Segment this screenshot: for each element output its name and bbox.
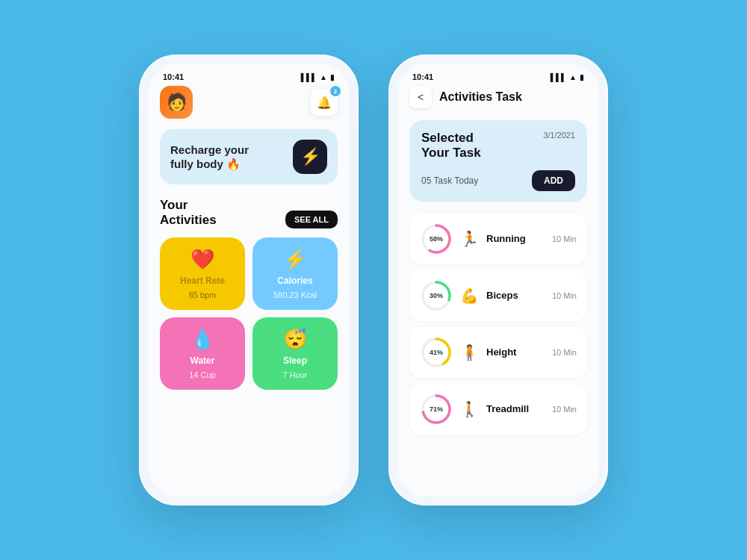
sleep-value: 7 Hour xyxy=(282,370,307,379)
banner: Recharge your fully body 🔥 ⚡ xyxy=(160,129,338,184)
height-name: Height xyxy=(486,346,545,358)
running-emoji: 🏃 xyxy=(460,230,479,248)
selected-label: Selected Your Task xyxy=(421,131,481,161)
banner-line2: fully body 🔥 xyxy=(170,157,249,172)
banner-line1: Recharge your xyxy=(170,143,249,158)
biceps-time: 10 Min xyxy=(552,291,577,300)
activities-section-header: Your Activities SEE ALL xyxy=(160,198,338,228)
notification-button[interactable]: 🔔 2 xyxy=(311,89,338,116)
height-info: Height xyxy=(486,346,545,358)
calories-name: Calories xyxy=(277,276,312,286)
biceps-emoji: 💪 xyxy=(460,287,479,305)
time-2: 10:41 xyxy=(412,72,433,81)
selected-text: Selected xyxy=(421,131,481,146)
status-icons-2: ▌▌▌ ▲ ▮ xyxy=(551,73,584,81)
activity-list: 58% 🏃 Running 10 Min 30% xyxy=(409,214,587,435)
height-emoji: 🧍 xyxy=(460,343,479,361)
phone1: 10:41 ▌▌▌ ▲ ▮ 🧑 🔔 2 Recharge your full xyxy=(139,55,359,505)
phone2: 10:41 ▌▌▌ ▲ ▮ < Activities Task Selected… xyxy=(388,55,608,505)
running-time: 10 Min xyxy=(552,234,577,243)
activity-card-calories[interactable]: ⚡ Calories 580.23 Kcal xyxy=(252,237,338,310)
heart-icon: ❤️ xyxy=(190,248,214,271)
water-value: 14 Cup xyxy=(189,370,215,379)
running-pct: 58% xyxy=(420,223,453,255)
treadmill-name: Treadmill xyxy=(486,403,545,414)
treadmill-pct: 71% xyxy=(420,393,453,426)
signal-icon-2: ▌▌▌ xyxy=(551,73,566,81)
time-1: 10:41 xyxy=(163,72,184,81)
section-title-line1: Your xyxy=(160,198,217,213)
water-name: Water xyxy=(190,355,215,366)
calories-value: 580.23 Kcal xyxy=(273,290,317,299)
header-row: 🧑 🔔 2 xyxy=(160,86,338,119)
activity-row-height[interactable]: 41% 🧍 Height 10 Min xyxy=(409,327,587,378)
water-icon: 💧 xyxy=(190,328,214,351)
sleep-icon: 😴 xyxy=(283,328,307,351)
section-title: Your Activities xyxy=(160,198,217,228)
task-card-footer: 05 Task Today ADD xyxy=(421,170,575,191)
treadmill-emoji: 🚶 xyxy=(460,400,479,418)
activity-card-heart[interactable]: ❤️ Heart Rete 85 bpm xyxy=(160,237,245,310)
date-label: 3/1/2021 xyxy=(543,131,575,140)
task-card: Selected Your Task 3/1/2021 05 Task Toda… xyxy=(409,120,587,202)
signal-icon: ▌▌▌ xyxy=(301,73,317,81)
battery-icon-2: ▮ xyxy=(580,73,584,81)
avatar: 🧑 xyxy=(160,86,193,119)
activity-row-running[interactable]: 58% 🏃 Running 10 Min xyxy=(409,214,587,264)
back-button[interactable]: < xyxy=(409,86,432,108)
sleep-name: Sleep xyxy=(283,355,307,366)
banner-text: Recharge your fully body 🔥 xyxy=(170,143,249,172)
see-all-button[interactable]: SEE ALL xyxy=(285,211,338,228)
treadmill-info: Treadmill xyxy=(486,403,545,414)
calories-icon: ⚡ xyxy=(283,248,307,271)
height-pct: 41% xyxy=(420,336,453,369)
battery-icon: ▮ xyxy=(330,73,335,81)
back-header: < Activities Task xyxy=(409,86,587,108)
status-icons-1: ▌▌▌ ▲ ▮ xyxy=(301,73,335,81)
wifi-icon: ▲ xyxy=(320,73,327,81)
activity-card-water[interactable]: 💧 Water 14 Cup xyxy=(160,317,245,390)
heart-name: Heart Rete xyxy=(180,276,225,286)
status-bar-2: 10:41 ▌▌▌ ▲ ▮ xyxy=(397,63,599,86)
section-title-line2: Activities xyxy=(160,213,217,228)
activity-row-treadmill[interactable]: 71% 🚶 Treadmill 10 Min xyxy=(409,384,587,435)
activity-row-biceps[interactable]: 30% 💪 Biceps 10 Min xyxy=(409,270,587,321)
lightning-icon: ⚡ xyxy=(300,147,320,167)
running-progress: 58% xyxy=(420,223,453,255)
treadmill-time: 10 Min xyxy=(552,405,577,414)
activity-card-sleep[interactable]: 😴 Sleep 7 Hour xyxy=(252,317,338,390)
bell-icon: 🔔 xyxy=(317,96,332,110)
biceps-progress: 30% xyxy=(420,279,453,312)
banner-icon[interactable]: ⚡ xyxy=(293,140,327,174)
add-button[interactable]: ADD xyxy=(532,170,575,191)
biceps-pct: 30% xyxy=(420,279,453,312)
notification-badge: 2 xyxy=(330,86,341,96)
biceps-name: Biceps xyxy=(486,290,545,301)
task-count: 05 Task Today xyxy=(421,175,478,186)
height-progress: 41% xyxy=(420,336,453,369)
status-bar-1: 10:41 ▌▌▌ ▲ ▮ xyxy=(148,63,350,86)
wifi-icon-2: ▲ xyxy=(569,73,577,81)
page-title: Activities Task xyxy=(439,90,522,104)
activities-grid: ❤️ Heart Rete 85 bpm ⚡ Calories 580.23 K… xyxy=(160,237,338,390)
biceps-info: Biceps xyxy=(486,290,545,301)
your-task-text: Your Task xyxy=(421,146,481,161)
heart-value: 85 bpm xyxy=(189,290,217,299)
running-info: Running xyxy=(486,233,545,244)
treadmill-progress: 71% xyxy=(420,393,453,426)
running-name: Running xyxy=(486,233,545,244)
height-time: 10 Min xyxy=(552,348,577,357)
task-card-header: Selected Your Task 3/1/2021 xyxy=(421,131,575,161)
